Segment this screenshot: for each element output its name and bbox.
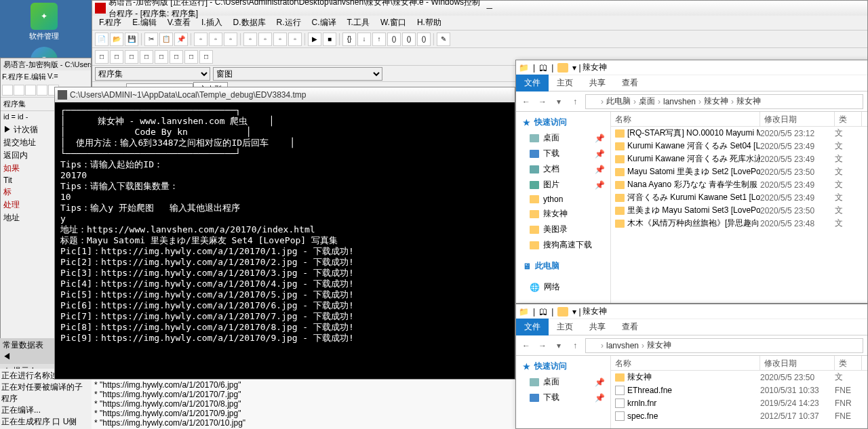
address-bar[interactable]: › lanvshen› 辣女神 [585,338,863,353]
toolbar-button[interactable]: ▫ [243,33,257,46]
toolbar-button[interactable]: □ [110,50,123,64]
new-button[interactable]: 📄 [95,33,108,46]
menu-insert[interactable]: I.插入 [197,16,226,30]
toolbar-button[interactable]: □ [199,50,213,64]
toolbar-button[interactable]: ↓ [357,33,371,46]
sidebar-item[interactable]: 辣女神 [516,206,610,222]
toolbar-button[interactable]: □ [125,50,138,64]
ribbon-tab-file[interactable]: 文件 [516,319,549,335]
copy-button[interactable]: 📋 [159,33,173,46]
menu-window[interactable]: W.窗口 [376,16,410,30]
menu-item[interactable]: V.= [47,72,58,82]
table-row[interactable]: 辣女神2020/5/5 23:50文 [611,371,867,384]
toolbar-button[interactable] [2,85,13,96]
back-button[interactable]: ← [520,340,532,352]
table-row[interactable]: 木木《风情万种肉丝旗袍》[异思趣向IE...2020/5/5 23:48文 [611,217,867,230]
cut-button[interactable]: ✂ [144,33,158,46]
table-row[interactable]: [RQ-STAR写真] NO.00010 Mayumi M...2020/5/5… [611,127,867,140]
toolbar-button[interactable]: ▫ [194,33,208,46]
toolbar-button[interactable]: □ [184,50,198,64]
minimize-button[interactable]: ─ [481,3,865,13]
sidebar-item[interactable]: 搜狗高速下载 [516,237,610,253]
toolbar-button[interactable]: ✎ [437,33,450,46]
run-button[interactable]: ▶ [308,33,321,46]
table-row[interactable]: krnln.fnr2019/5/24 14:23FNR [611,396,867,409]
desktop-icon-software[interactable]: ✦ 软件管理 [0,0,88,44]
toolbar-button[interactable]: ▫ [224,33,237,46]
sidebar-item-downloads[interactable]: 下载📌 [516,146,610,161]
toolbar-button[interactable]: □ [140,50,153,64]
table-row[interactable]: 河音くるみ Kurumi Kawane Set1 [Lov...2020/5/5… [611,191,867,204]
breadcrumb[interactable]: 辣女神 [704,96,728,107]
menu-program[interactable]: F.程序 [95,16,125,30]
ribbon-tab-share[interactable]: 共享 [581,75,614,91]
ribbon-tab-view[interactable]: 查看 [614,319,646,335]
ribbon-tab-file[interactable]: 文件 [516,75,549,91]
forward-button[interactable]: → [536,340,549,352]
toolbar-button[interactable]: ▫ [258,33,272,46]
col-date[interactable]: 修改日期 [760,356,835,370]
toolbar-button[interactable] [37,85,47,96]
toolbar-button[interactable]: () [387,33,401,46]
toolbar-button[interactable]: {} [342,33,356,46]
menu-compile[interactable]: C.编译 [308,16,340,30]
sidebar-item-desktop[interactable]: 桌面📌 [516,130,610,146]
breadcrumb[interactable]: 辣女神 [647,340,671,351]
explorer-titlebar[interactable]: 📁| 🕮| ▾ | 辣女神 [516,304,867,319]
breadcrumb[interactable]: 辣女神 [736,96,761,107]
table-row[interactable]: spec.fne2012/5/17 10:37FNE [611,409,867,422]
menu-tools[interactable]: T.工具 [343,16,374,30]
sidebar-item-desktop[interactable]: 桌面📌 [516,374,610,390]
table-row[interactable]: Kurumi Kawane 河音くるみ 死库水泳...2020/5/5 23:4… [611,152,867,165]
col-type[interactable]: 类 [835,112,862,126]
sidebar-item[interactable]: ython [516,192,610,206]
address-bar[interactable]: › 此电脑› 桌面› lanvshen› 辣女神› 辣女神 [585,94,863,109]
view-select[interactable]: 窗图 [213,67,382,81]
toolbar-button[interactable]: □ [155,50,168,64]
ribbon-tab-share[interactable]: 共享 [581,319,614,335]
procedure-select[interactable]: 程序集 [95,67,210,81]
ribbon-tab-home[interactable]: 主页 [549,319,581,335]
toolbar-button[interactable]: □ [170,50,183,64]
console-titlebar[interactable]: C:\Users\ADMINI~1\AppData\Local\Temp\e_d… [55,87,515,102]
sidebar-item-downloads[interactable]: 下载📌 [516,390,610,405]
ribbon-tab-view[interactable]: 查看 [614,75,646,91]
table-row[interactable]: 里美まゆ Mayu Satomi Set3 [LovePop...2020/5/… [611,204,867,217]
ribbon-tab-home[interactable]: 主页 [549,75,581,91]
menu-help[interactable]: H.帮助 [413,16,446,30]
breadcrumb[interactable]: lanvshen [663,97,696,106]
sidebar-item-pictures[interactable]: 图片📌 [516,177,610,192]
col-name[interactable]: 名称 [611,112,760,126]
col-type[interactable]: 类 [835,356,862,370]
table-row[interactable]: EThread.fne2010/5/31 10:33FNE [611,384,867,396]
history-button[interactable]: ▾ [553,96,565,108]
breadcrumb[interactable]: lanvshen [606,341,639,350]
table-row[interactable]: Mayu Satomi 里美まゆ Set2 [LovePop...2020/5/… [611,165,867,178]
breadcrumb[interactable]: 此电脑 [606,96,631,107]
toolbar-button[interactable]: ▫ [288,33,302,46]
up-button[interactable]: ↑ [569,340,581,352]
table-row[interactable]: Nana Ayano 彩乃なな 青春学生制服 Se...2020/5/5 23:… [611,178,867,191]
explorer-titlebar[interactable]: 📁| 🕮| ▾ | 辣女神 [516,60,867,75]
toolbar-button[interactable]: ▫ [273,33,287,46]
back-button[interactable]: ← [520,96,532,108]
sidebar-quick-access[interactable]: ★快速访问 [516,359,610,374]
sidebar-quick-access[interactable]: ★快速访问 [516,115,610,130]
menu-run[interactable]: R.运行 [273,16,305,30]
menu-edit[interactable]: E.编辑 [128,16,160,30]
forward-button[interactable]: → [536,96,549,108]
history-button[interactable]: ▾ [553,340,565,352]
sidebar-item-documents[interactable]: 文档📌 [516,161,610,177]
menu-item[interactable]: E.编辑 [24,72,46,82]
menu-item[interactable]: F.程序 [2,72,23,82]
sidebar-this-pc[interactable]: 🖥此电脑 [516,258,610,274]
open-button[interactable]: 📂 [110,33,123,46]
menu-view[interactable]: V.查看 [163,16,195,30]
up-button[interactable]: ↑ [569,96,581,108]
stop-button[interactable]: ■ [323,33,336,46]
sidebar-network[interactable]: 🌐网络 [516,279,610,295]
breadcrumb[interactable]: 桌面 [639,96,655,107]
toolbar-button[interactable] [14,85,24,96]
col-date[interactable]: 修改日期 [760,112,835,126]
paste-button[interactable]: 📌 [174,33,188,46]
